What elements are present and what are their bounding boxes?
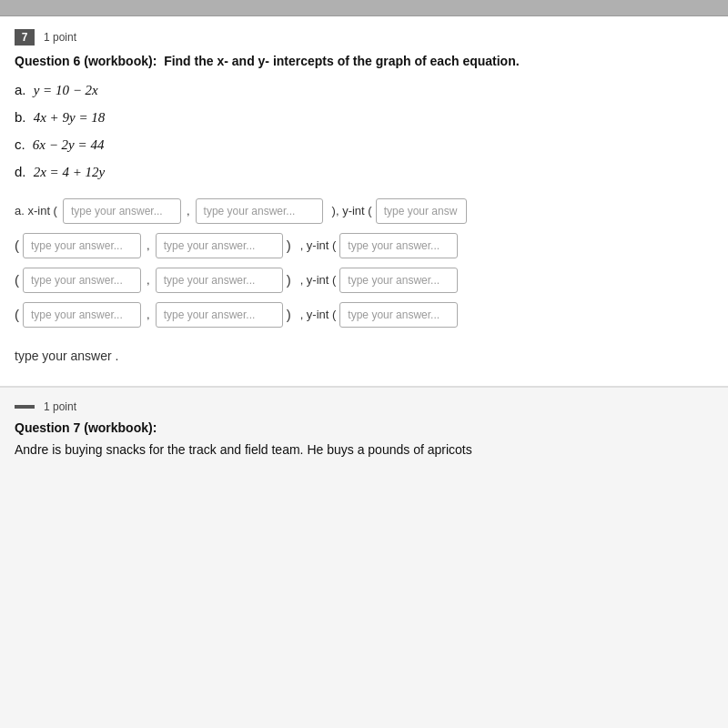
page-container: 7 1 point Question 6 (workbook): Find th… xyxy=(0,16,728,728)
question-6-subtitle: Find the x- and y- intercepts of the gra… xyxy=(164,54,519,68)
row-b-close-paren: ) xyxy=(287,238,291,253)
top-bar xyxy=(0,0,728,16)
comma-b1: , xyxy=(147,238,150,252)
answer-row-d: ( type your answer... , type your answer… xyxy=(15,302,713,328)
answer-d-x2-placeholder: type your answer... xyxy=(164,308,256,321)
question-7-header: 1 point xyxy=(15,400,713,413)
answer-a-x1-placeholder: type your answer... xyxy=(71,205,163,217)
row-b-open-paren: ( xyxy=(15,238,19,253)
answer-c-x1-placeholder: type your answer... xyxy=(31,274,123,287)
equation-d: d. 2x = 4 + 12y xyxy=(15,164,713,180)
answer-b-y-input[interactable]: type your answer... xyxy=(339,233,458,258)
type-your-answer-text-area: type your answer . xyxy=(15,344,713,368)
answer-c-y-input[interactable]: type your answer... xyxy=(339,268,458,293)
answer-a-y-placeholder: type your answ xyxy=(384,205,458,217)
question-7-number-badge xyxy=(15,405,35,409)
eq-label-c: c. xyxy=(15,136,25,152)
eq-label-a: a. xyxy=(15,82,26,97)
yint-label-b: , y-int ( xyxy=(300,238,337,252)
yint-label-c: , y-int ( xyxy=(300,273,337,287)
eq-label-d: d. xyxy=(15,164,26,179)
question-7-title: Question 7 (workbook): xyxy=(15,420,713,435)
answer-b-x1-placeholder: type your answer... xyxy=(31,239,123,252)
eq-math-a: y = 10 − 2x xyxy=(34,83,98,97)
answer-b-x1-input[interactable]: type your answer... xyxy=(23,233,141,258)
eq-math-c: 6x − 2y = 44 xyxy=(33,137,105,152)
answer-a-x2-input[interactable]: type your answer... xyxy=(196,198,323,224)
eq-label-b: b. xyxy=(15,109,26,125)
answer-c-x1-input[interactable]: type your answer... xyxy=(23,268,141,293)
comma-a1: , xyxy=(187,204,190,217)
answer-row-c: ( type your answer... , type your answer… xyxy=(15,268,713,293)
eq-math-b: 4x + 9y = 18 xyxy=(34,110,106,125)
yint-label-a: ), y-int ( xyxy=(332,204,372,217)
answer-d-x1-placeholder: type your answer... xyxy=(31,308,123,321)
points-label: 1 point xyxy=(44,31,76,44)
comma-d1: , xyxy=(147,308,150,321)
equation-list: a. y = 10 − 2x b. 4x + 9y = 18 c. 6x − 2… xyxy=(15,82,713,180)
yint-label-d: , y-int ( xyxy=(300,308,337,321)
equation-a: a. y = 10 − 2x xyxy=(15,82,713,98)
answer-d-y-placeholder: type your answer... xyxy=(348,308,440,321)
row-d-open-paren: ( xyxy=(15,307,19,322)
comma-c1: , xyxy=(147,273,150,287)
row-c-close-paren: ) xyxy=(287,272,291,288)
answer-b-x2-input[interactable]: type your answer... xyxy=(156,233,283,258)
answer-row-a: a. x-int ( type your answer... , type yo… xyxy=(15,198,713,224)
question-7-text: Andre is buying snacks for the track and… xyxy=(15,440,713,460)
answer-a-x2-placeholder: type your answer... xyxy=(204,205,296,217)
answer-c-y-placeholder: type your answer... xyxy=(348,274,440,287)
answer-c-x2-input[interactable]: type your answer... xyxy=(156,268,283,293)
question-6-title-text: Question 6 (workbook): xyxy=(15,54,157,68)
equation-b: b. 4x + 9y = 18 xyxy=(15,109,713,126)
answer-a-x1-input[interactable]: type your answer... xyxy=(63,198,181,224)
equation-c: c. 6x − 2y = 44 xyxy=(15,136,713,153)
row-d-close-paren: ) xyxy=(287,307,291,322)
answer-a-y-input[interactable]: type your answ xyxy=(376,198,467,224)
answer-b-y-placeholder: type your answer... xyxy=(348,239,440,252)
answer-row-b: ( type your answer... , type your answer… xyxy=(15,233,713,258)
question-6-title: Question 6 (workbook): Find the x- and y… xyxy=(15,53,713,71)
question-7-block: 1 point Question 7 (workbook): Andre is … xyxy=(0,387,728,728)
row-c-open-paren: ( xyxy=(15,272,19,288)
answer-d-y-input[interactable]: type your answer... xyxy=(339,302,458,328)
answer-d-x2-input[interactable]: type your answer... xyxy=(156,302,283,328)
answer-d-x1-input[interactable]: type your answer... xyxy=(23,302,141,328)
question-7-points: 1 point xyxy=(44,400,76,413)
answer-rows: a. x-int ( type your answer... , type yo… xyxy=(15,198,713,328)
type-your-answer-dot: type your answer . xyxy=(15,349,118,363)
question-6-block: 7 1 point Question 6 (workbook): Find th… xyxy=(0,16,728,387)
row-a-label: a. x-int ( xyxy=(15,204,57,217)
question-6-header: 7 1 point xyxy=(15,29,713,46)
eq-math-d: 2x = 4 + 12y xyxy=(34,165,106,179)
answer-b-x2-placeholder: type your answer... xyxy=(164,239,256,252)
answer-c-x2-placeholder: type your answer... xyxy=(164,274,256,287)
question-number-badge: 7 xyxy=(15,29,35,46)
